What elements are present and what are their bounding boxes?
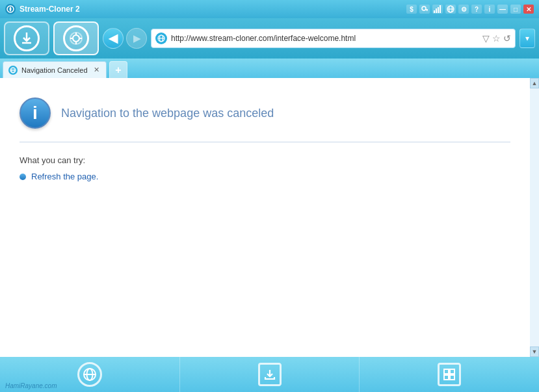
scrollbar[interactable]: ▲ ▼: [530, 78, 539, 357]
bullet-icon: [20, 174, 26, 180]
info-icon-text: i: [33, 103, 38, 124]
nav-buttons: ◀ ▶: [103, 28, 147, 49]
svg-rect-6: [438, 7, 439, 13]
error-title: Navigation to the webpage was canceled: [61, 107, 274, 120]
svg-rect-2: [425, 9, 428, 10]
address-globe-icon: [155, 33, 167, 44]
address-actions: ▽ ☆ ↺: [482, 33, 511, 44]
menu-button[interactable]: ▾: [519, 29, 535, 48]
svg-point-11: [73, 35, 79, 42]
bottom-section-grid[interactable]: [360, 357, 539, 392]
tab-icon: [8, 66, 18, 75]
menu-arrow-icon: ▾: [525, 34, 529, 43]
titlebar: Stream-Cloner 2 $ ⚙: [0, 0, 539, 18]
system-icon-gear[interactable]: ⚙: [458, 5, 469, 14]
svg-rect-7: [440, 5, 441, 13]
svg-rect-4: [434, 10, 435, 13]
suggestion-item: Refresh the page.: [20, 172, 510, 181]
toolbar: ◀ ▶ ▽ ☆ ↺ ▾: [0, 18, 539, 59]
svg-rect-22: [444, 369, 449, 374]
bottom-globe-button[interactable]: [75, 360, 104, 389]
system-icon-dollar: $: [406, 5, 417, 14]
bottom-grid-button[interactable]: [435, 360, 464, 389]
download-button[interactable]: [4, 21, 49, 55]
bottom-download-button[interactable]: [256, 360, 284, 389]
error-header: i Navigation to the webpage was canceled: [20, 98, 510, 129]
refresh-link[interactable]: Refresh the page.: [31, 172, 98, 181]
scroll-down-button[interactable]: ▼: [530, 346, 539, 357]
app-title: Stream-Cloner 2: [20, 5, 80, 14]
divider: [20, 142, 510, 142]
tab-close-button[interactable]: ✕: [92, 66, 101, 75]
scroll-track[interactable]: [530, 88, 539, 346]
download-icon: [14, 25, 40, 51]
refresh-icon[interactable]: ↺: [503, 33, 511, 44]
system-icon-info[interactable]: i: [484, 5, 495, 14]
back-button[interactable]: ◀: [103, 28, 124, 49]
close-button[interactable]: ✕: [523, 5, 534, 14]
what-try-label: What you can try:: [20, 155, 510, 165]
bottom-section-download[interactable]: [180, 357, 360, 392]
svg-rect-5: [436, 8, 437, 13]
content-area: i Navigation to the webpage was canceled…: [0, 78, 539, 357]
svg-rect-25: [450, 375, 454, 380]
bottom-globe-icon: [77, 362, 102, 387]
active-tab[interactable]: Navigation Canceled ✕: [3, 61, 107, 78]
minimize-button[interactable]: —: [497, 5, 508, 14]
watermark: HamiRayane.com: [5, 382, 57, 389]
system-icon-signal: [432, 5, 443, 14]
svg-rect-23: [450, 369, 454, 374]
scan-button[interactable]: [53, 21, 99, 55]
tabbar: Navigation Canceled ✕ +: [0, 59, 539, 78]
forward-button[interactable]: ▶: [126, 28, 147, 49]
content-main: i Navigation to the webpage was canceled…: [0, 78, 530, 357]
app-icon: [5, 4, 16, 14]
bottom-grid-icon: [438, 363, 461, 386]
system-icon-help[interactable]: ?: [471, 5, 482, 14]
info-icon: i: [20, 98, 51, 129]
system-icon-globe: [445, 5, 456, 14]
svg-rect-24: [444, 375, 449, 380]
tab-label: Navigation Canceled: [21, 66, 88, 74]
star-icon[interactable]: ☆: [492, 33, 501, 44]
titlebar-left: Stream-Cloner 2: [5, 4, 80, 14]
svg-rect-3: [427, 10, 428, 12]
bottombar: [0, 357, 539, 392]
system-icon-key: [419, 5, 430, 14]
scan-icon: [63, 25, 89, 51]
scroll-up-button[interactable]: ▲: [530, 78, 539, 88]
dropdown-icon[interactable]: ▽: [482, 33, 490, 44]
address-input[interactable]: [171, 34, 479, 43]
address-bar: ▽ ☆ ↺: [151, 29, 516, 48]
maximize-button[interactable]: □: [510, 5, 521, 14]
titlebar-controls[interactable]: $ ⚙ ? i — □ ✕: [406, 5, 534, 14]
bottom-download-icon: [258, 363, 282, 386]
new-tab-button[interactable]: +: [109, 61, 127, 78]
